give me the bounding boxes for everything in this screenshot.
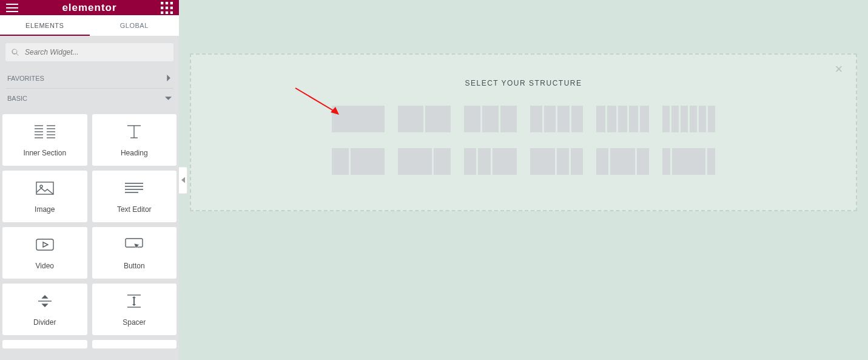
widget-label: Inner Section xyxy=(23,149,66,157)
structure-preset[interactable] xyxy=(530,106,583,132)
structure-title: SELECT YOUR STRUCTURE xyxy=(191,79,856,87)
structure-preset[interactable] xyxy=(332,106,385,132)
structure-preset[interactable] xyxy=(464,148,517,175)
structure-presets xyxy=(191,106,856,175)
chevron-down-icon xyxy=(165,95,172,103)
svg-rect-29 xyxy=(126,239,143,247)
widget-heading[interactable]: Heading xyxy=(92,114,177,166)
svg-rect-11 xyxy=(170,11,173,13)
svg-rect-8 xyxy=(170,6,173,8)
preset-column xyxy=(690,106,697,132)
preset-column xyxy=(482,106,499,132)
structure-preset[interactable] xyxy=(332,148,385,175)
image-icon xyxy=(35,180,55,197)
preset-column xyxy=(478,148,490,175)
svg-rect-9 xyxy=(161,11,163,13)
preset-column xyxy=(681,106,688,132)
widget-label: Spacer xyxy=(123,318,146,327)
preset-column xyxy=(671,106,679,132)
widget-stub[interactable] xyxy=(92,340,177,348)
section-favorites[interactable]: FAVORITES xyxy=(0,69,179,88)
preset-column xyxy=(557,106,570,132)
sidebar: elementor ELEMENTS GLOBAL FAVORITES BASI… xyxy=(0,0,179,360)
preset-column xyxy=(596,106,605,132)
structure-panel: × SELECT YOUR STRUCTURE xyxy=(190,53,857,211)
preset-column xyxy=(493,148,517,175)
structure-preset[interactable] xyxy=(398,148,451,175)
tab-global[interactable]: GLOBAL xyxy=(90,15,180,36)
preset-column xyxy=(707,148,715,175)
search-input[interactable] xyxy=(5,43,173,61)
preset-column xyxy=(464,148,476,175)
preset-column xyxy=(398,106,423,132)
preset-column xyxy=(571,148,583,175)
svg-rect-6 xyxy=(161,6,163,8)
widget-label: Video xyxy=(36,262,54,270)
preset-column xyxy=(464,106,480,132)
widget-label: Text Editor xyxy=(117,205,152,214)
widget-image[interactable]: Image xyxy=(2,171,87,222)
widget-video[interactable]: Video xyxy=(2,227,87,279)
structure-preset[interactable] xyxy=(662,106,715,132)
widget-label: Heading xyxy=(121,149,148,157)
widget-text-editor[interactable]: Text Editor xyxy=(92,171,177,222)
svg-rect-3 xyxy=(161,2,163,4)
heading-icon xyxy=(124,123,144,140)
preset-row xyxy=(332,106,715,132)
preset-column xyxy=(425,106,451,132)
structure-preset[interactable] xyxy=(662,148,715,175)
search-icon xyxy=(12,49,19,56)
structure-preset[interactable] xyxy=(398,106,451,132)
structure-preset[interactable] xyxy=(596,148,649,175)
widget-inner-section[interactable]: Inner Section xyxy=(2,114,87,166)
apps-grid-icon[interactable] xyxy=(161,2,173,14)
preset-column xyxy=(332,148,349,175)
tab-elements[interactable]: ELEMENTS xyxy=(0,15,90,36)
svg-rect-2 xyxy=(6,11,18,12)
sidebar-tabs: ELEMENTS GLOBAL xyxy=(0,15,179,36)
preset-column xyxy=(571,106,584,132)
structure-preset[interactable] xyxy=(596,106,649,132)
widgets-grid: Inner Section Heading Image xyxy=(0,108,179,348)
widget-label: Button xyxy=(124,262,145,270)
svg-rect-5 xyxy=(170,2,173,4)
preset-column xyxy=(640,106,649,132)
svg-rect-0 xyxy=(6,4,18,5)
preset-column xyxy=(398,148,432,175)
close-icon[interactable]: × xyxy=(833,63,845,75)
editor-canvas: × SELECT YOUR STRUCTURE xyxy=(179,0,868,360)
spacer-icon xyxy=(124,293,144,310)
widget-divider[interactable]: Divider xyxy=(2,284,87,335)
preset-column xyxy=(332,106,385,132)
preset-row xyxy=(332,148,715,175)
structure-preset[interactable] xyxy=(530,148,583,175)
text-editor-icon xyxy=(124,180,144,197)
chevron-left-icon xyxy=(181,177,185,183)
preset-column xyxy=(618,106,627,132)
widget-spacer[interactable]: Spacer xyxy=(92,284,177,335)
preset-column xyxy=(557,148,569,175)
preset-column xyxy=(672,148,705,175)
section-basic[interactable]: BASIC xyxy=(0,89,179,108)
preset-column xyxy=(629,106,638,132)
hamburger-icon[interactable] xyxy=(6,2,18,14)
preset-column xyxy=(699,106,706,132)
svg-point-23 xyxy=(40,185,42,188)
preset-column xyxy=(530,148,555,175)
chevron-right-icon xyxy=(165,75,172,83)
preset-column xyxy=(596,148,608,175)
preset-column xyxy=(637,148,649,175)
widget-label: Image xyxy=(35,205,55,214)
svg-rect-10 xyxy=(166,11,168,13)
inner-section-icon xyxy=(35,123,55,140)
preset-column xyxy=(544,106,556,132)
preset-column xyxy=(434,148,451,175)
widget-button[interactable]: Button xyxy=(92,227,177,279)
preset-column xyxy=(708,106,715,132)
video-icon xyxy=(35,236,55,253)
svg-rect-1 xyxy=(6,7,18,8)
structure-preset[interactable] xyxy=(464,106,517,132)
widget-stub[interactable] xyxy=(2,340,87,348)
favorites-label: FAVORITES xyxy=(7,75,44,82)
collapse-sidebar-button[interactable] xyxy=(179,166,187,194)
